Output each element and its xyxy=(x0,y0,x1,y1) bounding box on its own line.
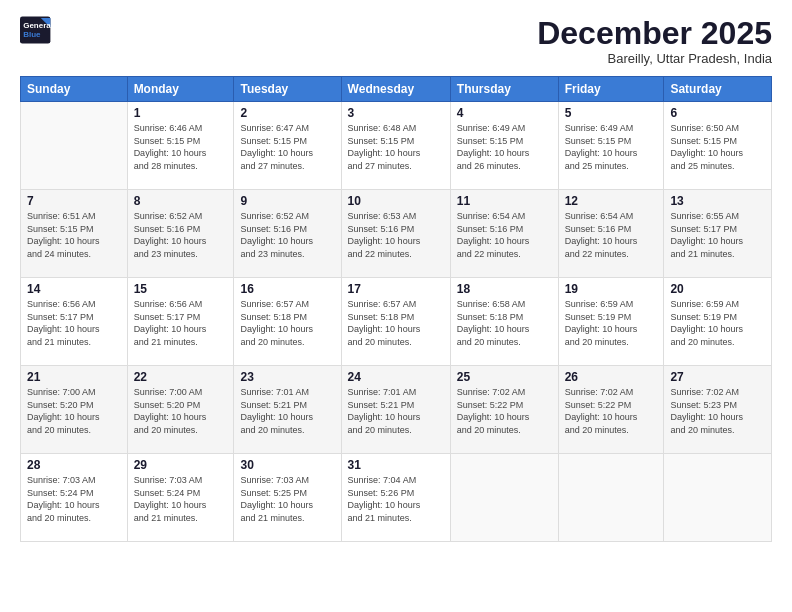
calendar-day: 23Sunrise: 7:01 AM Sunset: 5:21 PM Dayli… xyxy=(234,366,341,454)
day-info: Sunrise: 6:49 AM Sunset: 5:15 PM Dayligh… xyxy=(457,122,552,172)
day-info: Sunrise: 7:04 AM Sunset: 5:26 PM Dayligh… xyxy=(348,474,444,524)
day-info: Sunrise: 6:47 AM Sunset: 5:15 PM Dayligh… xyxy=(240,122,334,172)
day-info: Sunrise: 6:52 AM Sunset: 5:16 PM Dayligh… xyxy=(240,210,334,260)
day-number: 31 xyxy=(348,458,444,472)
day-number: 5 xyxy=(565,106,658,120)
calendar-day: 29Sunrise: 7:03 AM Sunset: 5:24 PM Dayli… xyxy=(127,454,234,542)
col-tuesday: Tuesday xyxy=(234,77,341,102)
calendar-day: 22Sunrise: 7:00 AM Sunset: 5:20 PM Dayli… xyxy=(127,366,234,454)
day-info: Sunrise: 6:49 AM Sunset: 5:15 PM Dayligh… xyxy=(565,122,658,172)
calendar-day: 20Sunrise: 6:59 AM Sunset: 5:19 PM Dayli… xyxy=(664,278,772,366)
calendar-day: 4Sunrise: 6:49 AM Sunset: 5:15 PM Daylig… xyxy=(450,102,558,190)
day-number: 20 xyxy=(670,282,765,296)
day-info: Sunrise: 7:00 AM Sunset: 5:20 PM Dayligh… xyxy=(27,386,121,436)
calendar-day: 21Sunrise: 7:00 AM Sunset: 5:20 PM Dayli… xyxy=(21,366,128,454)
calendar-day: 26Sunrise: 7:02 AM Sunset: 5:22 PM Dayli… xyxy=(558,366,664,454)
col-wednesday: Wednesday xyxy=(341,77,450,102)
day-number: 8 xyxy=(134,194,228,208)
calendar-day: 10Sunrise: 6:53 AM Sunset: 5:16 PM Dayli… xyxy=(341,190,450,278)
header: General Blue December 2025 Bareilly, Utt… xyxy=(20,16,772,66)
calendar-day: 9Sunrise: 6:52 AM Sunset: 5:16 PM Daylig… xyxy=(234,190,341,278)
day-number: 16 xyxy=(240,282,334,296)
day-number: 14 xyxy=(27,282,121,296)
page: General Blue December 2025 Bareilly, Utt… xyxy=(0,0,792,612)
calendar-day: 3Sunrise: 6:48 AM Sunset: 5:15 PM Daylig… xyxy=(341,102,450,190)
day-number: 2 xyxy=(240,106,334,120)
day-number: 11 xyxy=(457,194,552,208)
day-number: 4 xyxy=(457,106,552,120)
day-number: 25 xyxy=(457,370,552,384)
calendar-week-5: 28Sunrise: 7:03 AM Sunset: 5:24 PM Dayli… xyxy=(21,454,772,542)
header-row: Sunday Monday Tuesday Wednesday Thursday… xyxy=(21,77,772,102)
calendar-day: 12Sunrise: 6:54 AM Sunset: 5:16 PM Dayli… xyxy=(558,190,664,278)
day-number: 27 xyxy=(670,370,765,384)
day-info: Sunrise: 6:55 AM Sunset: 5:17 PM Dayligh… xyxy=(670,210,765,260)
title-area: December 2025 Bareilly, Uttar Pradesh, I… xyxy=(537,16,772,66)
calendar-day: 5Sunrise: 6:49 AM Sunset: 5:15 PM Daylig… xyxy=(558,102,664,190)
day-info: Sunrise: 6:57 AM Sunset: 5:18 PM Dayligh… xyxy=(240,298,334,348)
day-number: 30 xyxy=(240,458,334,472)
calendar-day: 28Sunrise: 7:03 AM Sunset: 5:24 PM Dayli… xyxy=(21,454,128,542)
calendar-day xyxy=(664,454,772,542)
day-number: 7 xyxy=(27,194,121,208)
calendar-day: 13Sunrise: 6:55 AM Sunset: 5:17 PM Dayli… xyxy=(664,190,772,278)
month-title: December 2025 xyxy=(537,16,772,51)
calendar-table: Sunday Monday Tuesday Wednesday Thursday… xyxy=(20,76,772,542)
day-number: 29 xyxy=(134,458,228,472)
day-info: Sunrise: 7:01 AM Sunset: 5:21 PM Dayligh… xyxy=(240,386,334,436)
calendar-day: 24Sunrise: 7:01 AM Sunset: 5:21 PM Dayli… xyxy=(341,366,450,454)
day-info: Sunrise: 6:54 AM Sunset: 5:16 PM Dayligh… xyxy=(457,210,552,260)
calendar-day: 31Sunrise: 7:04 AM Sunset: 5:26 PM Dayli… xyxy=(341,454,450,542)
col-sunday: Sunday xyxy=(21,77,128,102)
day-info: Sunrise: 7:02 AM Sunset: 5:23 PM Dayligh… xyxy=(670,386,765,436)
day-number: 15 xyxy=(134,282,228,296)
calendar-day: 30Sunrise: 7:03 AM Sunset: 5:25 PM Dayli… xyxy=(234,454,341,542)
day-info: Sunrise: 7:02 AM Sunset: 5:22 PM Dayligh… xyxy=(457,386,552,436)
svg-text:Blue: Blue xyxy=(23,30,41,39)
day-info: Sunrise: 7:03 AM Sunset: 5:24 PM Dayligh… xyxy=(27,474,121,524)
day-info: Sunrise: 6:56 AM Sunset: 5:17 PM Dayligh… xyxy=(134,298,228,348)
calendar-day: 15Sunrise: 6:56 AM Sunset: 5:17 PM Dayli… xyxy=(127,278,234,366)
day-number: 9 xyxy=(240,194,334,208)
day-info: Sunrise: 6:58 AM Sunset: 5:18 PM Dayligh… xyxy=(457,298,552,348)
day-info: Sunrise: 6:53 AM Sunset: 5:16 PM Dayligh… xyxy=(348,210,444,260)
logo-icon: General Blue xyxy=(20,16,52,44)
calendar-day: 6Sunrise: 6:50 AM Sunset: 5:15 PM Daylig… xyxy=(664,102,772,190)
calendar-day: 19Sunrise: 6:59 AM Sunset: 5:19 PM Dayli… xyxy=(558,278,664,366)
col-friday: Friday xyxy=(558,77,664,102)
day-number: 18 xyxy=(457,282,552,296)
day-number: 13 xyxy=(670,194,765,208)
day-number: 23 xyxy=(240,370,334,384)
calendar-week-1: 1Sunrise: 6:46 AM Sunset: 5:15 PM Daylig… xyxy=(21,102,772,190)
day-number: 3 xyxy=(348,106,444,120)
day-info: Sunrise: 6:52 AM Sunset: 5:16 PM Dayligh… xyxy=(134,210,228,260)
calendar-day: 11Sunrise: 6:54 AM Sunset: 5:16 PM Dayli… xyxy=(450,190,558,278)
day-info: Sunrise: 7:03 AM Sunset: 5:25 PM Dayligh… xyxy=(240,474,334,524)
calendar-day xyxy=(21,102,128,190)
calendar-day: 18Sunrise: 6:58 AM Sunset: 5:18 PM Dayli… xyxy=(450,278,558,366)
day-info: Sunrise: 6:59 AM Sunset: 5:19 PM Dayligh… xyxy=(670,298,765,348)
logo: General Blue xyxy=(20,16,52,44)
day-number: 19 xyxy=(565,282,658,296)
calendar-day: 27Sunrise: 7:02 AM Sunset: 5:23 PM Dayli… xyxy=(664,366,772,454)
day-info: Sunrise: 6:50 AM Sunset: 5:15 PM Dayligh… xyxy=(670,122,765,172)
day-info: Sunrise: 6:54 AM Sunset: 5:16 PM Dayligh… xyxy=(565,210,658,260)
calendar-day xyxy=(450,454,558,542)
day-number: 17 xyxy=(348,282,444,296)
day-info: Sunrise: 6:57 AM Sunset: 5:18 PM Dayligh… xyxy=(348,298,444,348)
day-number: 28 xyxy=(27,458,121,472)
day-info: Sunrise: 7:03 AM Sunset: 5:24 PM Dayligh… xyxy=(134,474,228,524)
calendar-day: 1Sunrise: 6:46 AM Sunset: 5:15 PM Daylig… xyxy=(127,102,234,190)
day-info: Sunrise: 7:01 AM Sunset: 5:21 PM Dayligh… xyxy=(348,386,444,436)
day-number: 10 xyxy=(348,194,444,208)
day-number: 24 xyxy=(348,370,444,384)
day-info: Sunrise: 6:59 AM Sunset: 5:19 PM Dayligh… xyxy=(565,298,658,348)
calendar-week-3: 14Sunrise: 6:56 AM Sunset: 5:17 PM Dayli… xyxy=(21,278,772,366)
calendar-day xyxy=(558,454,664,542)
day-number: 21 xyxy=(27,370,121,384)
calendar-day: 2Sunrise: 6:47 AM Sunset: 5:15 PM Daylig… xyxy=(234,102,341,190)
day-number: 1 xyxy=(134,106,228,120)
calendar-day: 16Sunrise: 6:57 AM Sunset: 5:18 PM Dayli… xyxy=(234,278,341,366)
calendar-day: 25Sunrise: 7:02 AM Sunset: 5:22 PM Dayli… xyxy=(450,366,558,454)
calendar-day: 7Sunrise: 6:51 AM Sunset: 5:15 PM Daylig… xyxy=(21,190,128,278)
